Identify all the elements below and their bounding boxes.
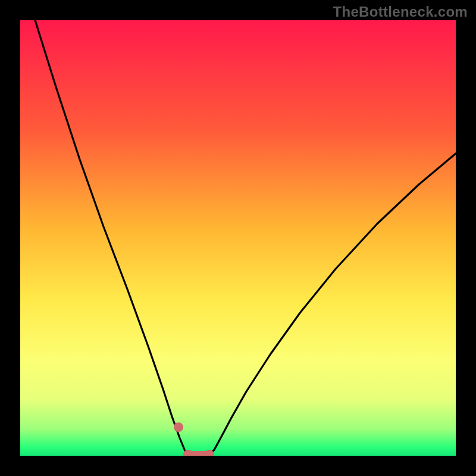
- series-right-branch: [209, 154, 456, 455]
- chart-frame: TheBottleneck.com: [0, 0, 476, 476]
- series-floor-highlight: [188, 455, 209, 456]
- curve-layer: [20, 20, 456, 456]
- path-floor-highlight: [188, 455, 209, 456]
- series-left-branch: [35, 20, 188, 455]
- markers-layer: [174, 422, 183, 432]
- left-branch-end-dot: [174, 422, 183, 432]
- watermark-text: TheBottleneck.com: [333, 4, 468, 20]
- path-right-branch: [209, 154, 456, 455]
- plot-area: [20, 20, 456, 456]
- path-left-branch: [35, 20, 188, 455]
